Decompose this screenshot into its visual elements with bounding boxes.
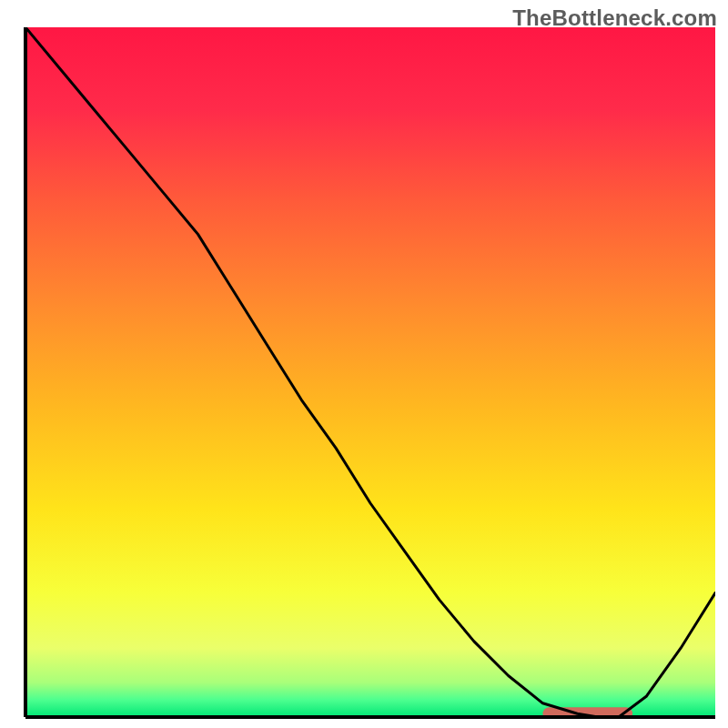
bottleneck-chart bbox=[0, 0, 728, 728]
chart-stage: TheBottleneck.com bbox=[0, 0, 728, 728]
gradient-background bbox=[25, 27, 715, 717]
